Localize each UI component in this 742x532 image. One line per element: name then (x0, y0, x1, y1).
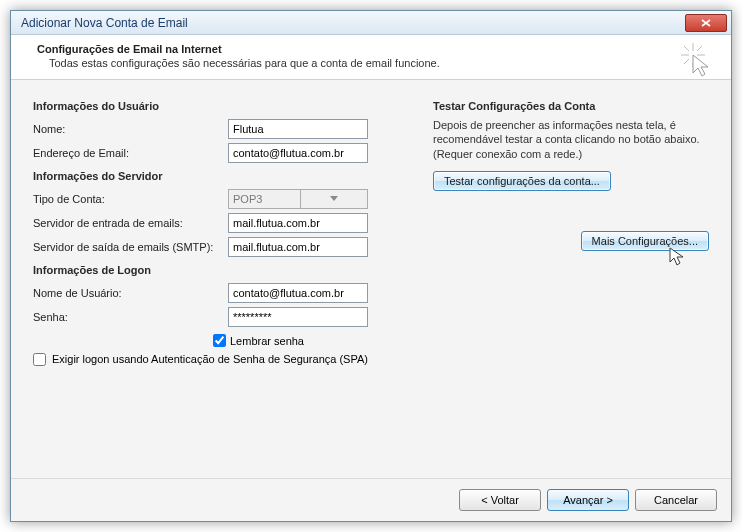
svg-line-7 (684, 59, 689, 64)
label-username: Nome de Usuário: (33, 287, 228, 299)
label-remember-password[interactable]: Lembrar senha (230, 335, 304, 347)
select-account-type-value: POP3 (233, 193, 300, 205)
footer-buttons: < Voltar Avançar > Cancelar (11, 478, 731, 521)
input-username[interactable] (228, 283, 368, 303)
checkbox-spa[interactable] (33, 353, 46, 366)
section-logon-info: Informações de Logon (33, 264, 403, 276)
header-band: Configurações de Email na Internet Todas… (11, 35, 731, 80)
input-email[interactable] (228, 143, 368, 163)
close-button[interactable] (685, 14, 727, 32)
label-password: Senha: (33, 311, 228, 323)
label-outgoing: Servidor de saída de emails (SMTP): (33, 241, 228, 253)
section-server-info: Informações do Servidor (33, 170, 403, 182)
input-incoming-server[interactable] (228, 213, 368, 233)
input-name[interactable] (228, 119, 368, 139)
chevron-down-icon (300, 190, 368, 208)
label-spa[interactable]: Exigir logon usando Autenticação de Senh… (52, 353, 368, 365)
svg-line-6 (697, 46, 702, 51)
select-account-type: POP3 (228, 189, 368, 209)
cursor-icon (669, 247, 685, 267)
more-settings-button[interactable]: Mais Configurações... (581, 231, 709, 251)
next-button[interactable]: Avançar > (547, 489, 629, 511)
decorative-cursor-icon (679, 43, 713, 79)
content-area: Informações do Usuário Nome: Endereço de… (11, 80, 731, 478)
label-email: Endereço de Email: (33, 147, 228, 159)
back-button[interactable]: < Voltar (459, 489, 541, 511)
section-test-account: Testar Configurações da Conta (433, 100, 709, 112)
test-account-button[interactable]: Testar configurações da conta... (433, 171, 611, 191)
label-incoming: Servidor de entrada de emails: (33, 217, 228, 229)
close-icon (701, 19, 711, 27)
titlebar: Adicionar Nova Conta de Email (11, 11, 731, 35)
checkbox-remember-password[interactable] (213, 334, 226, 347)
window-title: Adicionar Nova Conta de Email (21, 16, 685, 30)
cancel-button[interactable]: Cancelar (635, 489, 717, 511)
header-title: Configurações de Email na Internet (37, 43, 717, 55)
dialog-window: Adicionar Nova Conta de Email Configuraç… (10, 10, 732, 522)
svg-line-4 (684, 46, 689, 51)
right-column: Testar Configurações da Conta Depois de … (433, 94, 709, 470)
label-name: Nome: (33, 123, 228, 135)
left-column: Informações do Usuário Nome: Endereço de… (33, 94, 403, 470)
label-account-type: Tipo de Conta: (33, 193, 228, 205)
input-outgoing-server[interactable] (228, 237, 368, 257)
test-description: Depois de preencher as informações nesta… (433, 118, 709, 161)
input-password[interactable] (228, 307, 368, 327)
header-subtitle: Todas estas configurações são necessária… (37, 57, 717, 69)
section-user-info: Informações do Usuário (33, 100, 403, 112)
